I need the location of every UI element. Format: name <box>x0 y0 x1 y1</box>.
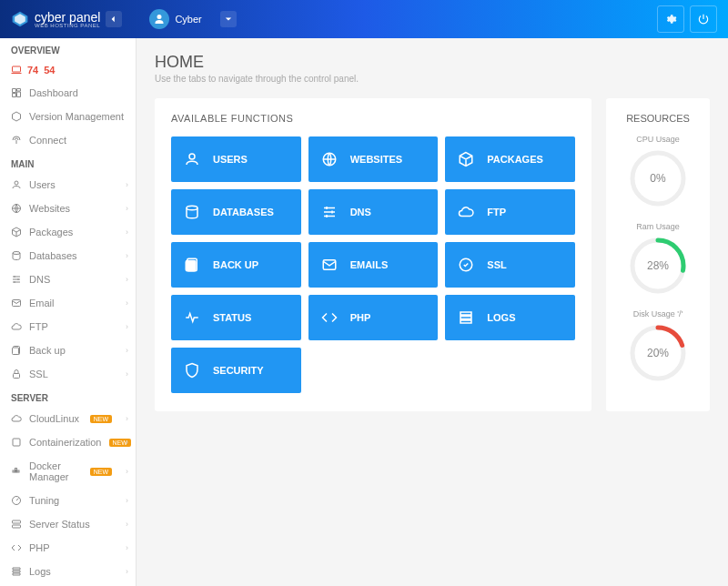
svg-rect-5 <box>13 348 19 355</box>
tile-emails[interactable]: EMAILS <box>308 242 439 288</box>
sidebar-item-tuning[interactable]: Tuning› <box>0 489 136 512</box>
svg-rect-13 <box>13 520 21 523</box>
dns-icon <box>321 204 338 220</box>
user-menu[interactable]: Cyber <box>149 9 236 29</box>
chevron-right-icon: › <box>126 438 128 447</box>
gauge-disk-usage-: Disk Usage '/'20% <box>622 309 693 382</box>
chevron-right-icon: › <box>126 251 128 260</box>
backup-icon <box>184 257 200 273</box>
settings-button[interactable] <box>657 5 684 33</box>
sidebar-item-cloudlinux[interactable]: CloudLinuxNEW› <box>0 407 136 430</box>
code-icon <box>11 542 22 553</box>
sidebar-item-dashboard[interactable]: Dashboard <box>0 81 136 105</box>
chevron-right-icon: › <box>126 180 128 189</box>
svg-rect-10 <box>17 470 19 472</box>
server-icon <box>11 519 22 530</box>
svg-rect-19 <box>186 261 196 271</box>
tile-dns[interactable]: DNS <box>308 189 439 235</box>
logo[interactable]: cyber panel WEB HOSTING PANEL <box>11 10 100 28</box>
shield-icon <box>184 362 200 379</box>
box-icon <box>11 227 22 237</box>
cloud-icon <box>11 321 22 332</box>
svg-rect-0 <box>13 66 21 72</box>
gauge-cpu-usage: CPU Usage0% <box>622 135 693 207</box>
svg-point-17 <box>187 206 197 210</box>
topbar: cyber panel WEB HOSTING PANEL Cyber <box>0 0 728 38</box>
page-title: HOME <box>155 53 710 72</box>
tile-databases[interactable]: DATABASES <box>171 189 301 235</box>
tile-back-up[interactable]: BACK UP <box>171 242 301 288</box>
chevron-right-icon: › <box>126 346 128 355</box>
chevron-right-icon: › <box>126 204 128 213</box>
person-icon <box>154 14 165 25</box>
sidebar-section-server: SERVER <box>0 386 136 407</box>
tile-websites[interactable]: WEBSITES <box>308 136 439 182</box>
chevron-left-icon <box>110 15 117 23</box>
db-icon <box>184 204 200 220</box>
tile-status[interactable]: STATUS <box>171 295 301 340</box>
tile-ftp[interactable]: FTP <box>445 189 575 235</box>
sidebar-item-packages[interactable]: Packages› <box>0 220 136 244</box>
box-icon <box>458 151 474 167</box>
status-icon <box>184 309 200 326</box>
chevron-right-icon: › <box>126 414 128 423</box>
sidebar-item-dns[interactable]: DNS› <box>0 268 136 291</box>
version-icon <box>11 111 22 122</box>
chevron-right-icon: › <box>126 298 128 308</box>
chevron-right-icon: › <box>126 322 128 331</box>
resources-title: RESOURCES <box>622 113 693 124</box>
sidebar-item-back-up[interactable]: Back up› <box>0 338 136 362</box>
laptop-icon <box>11 66 22 75</box>
gear-icon <box>664 13 677 25</box>
sidebar-item-email[interactable]: Email› <box>0 291 136 315</box>
sidebar-item-php[interactable]: PHP› <box>0 536 136 560</box>
tile-logs[interactable]: LOGS <box>445 295 575 340</box>
sidebar-item-ssl[interactable]: SSL› <box>0 362 136 386</box>
sidebar-toggle[interactable] <box>106 11 122 27</box>
dashboard-icon <box>11 87 22 98</box>
tuning-icon <box>11 495 22 506</box>
svg-rect-6 <box>14 374 20 379</box>
tile-ssl[interactable]: SSL <box>445 242 575 288</box>
container-icon <box>11 437 22 448</box>
logs-icon <box>11 566 22 577</box>
gauge-ram-usage: Ram Usage28% <box>622 222 693 295</box>
logs-icon <box>458 309 474 326</box>
tile-packages[interactable]: PACKAGES <box>445 136 575 182</box>
cloud-icon <box>458 204 474 220</box>
svg-rect-7 <box>13 439 20 446</box>
sidebar-item-connect[interactable]: Connect <box>0 128 136 152</box>
sidebar-item-logs[interactable]: Logs› <box>0 560 136 583</box>
sidebar-item-server-status[interactable]: Server Status› <box>0 512 136 536</box>
email-icon <box>321 257 338 273</box>
email-icon <box>11 298 22 308</box>
svg-rect-14 <box>13 525 21 528</box>
content: HOME Use the tabs to navigate through th… <box>136 38 728 586</box>
sidebar-item-users[interactable]: Users› <box>0 173 136 197</box>
sidebar-item-docker-manager[interactable]: Docker ManagerNEW› <box>0 454 136 489</box>
functions-title: AVAILABLE FUNCTIONS <box>171 113 575 124</box>
power-icon <box>697 13 710 25</box>
power-button[interactable] <box>690 5 717 33</box>
sidebar-item-version-management[interactable]: Version Management <box>0 105 136 128</box>
tile-php[interactable]: PHP <box>308 295 439 340</box>
brand-tagline: WEB HOSTING PANEL <box>35 23 100 28</box>
sidebar-item-websites[interactable]: Websites› <box>0 197 136 220</box>
dns-icon <box>11 274 22 285</box>
docker-icon <box>11 466 22 477</box>
tile-security[interactable]: SECURITY <box>171 348 301 393</box>
globe-icon <box>321 151 338 167</box>
user-dropdown[interactable] <box>220 11 237 27</box>
sidebar-item-databases[interactable]: Databases› <box>0 244 136 268</box>
tile-users[interactable]: USERS <box>171 136 301 182</box>
sidebar-item-ftp[interactable]: FTP› <box>0 315 136 338</box>
user-name: Cyber <box>175 14 201 25</box>
sidebar-stats[interactable]: 74 54 <box>0 59 136 81</box>
sidebar-item-containerization[interactable]: ContainerizationNEW› <box>0 430 136 454</box>
new-badge: NEW <box>90 415 112 423</box>
sidebar: OVERVIEW 74 54 DashboardVersion Manageme… <box>0 38 136 586</box>
svg-point-2 <box>13 252 20 255</box>
sidebar-section-overview: OVERVIEW <box>0 38 136 59</box>
connect-icon <box>11 135 22 146</box>
ssl-icon <box>458 257 474 273</box>
